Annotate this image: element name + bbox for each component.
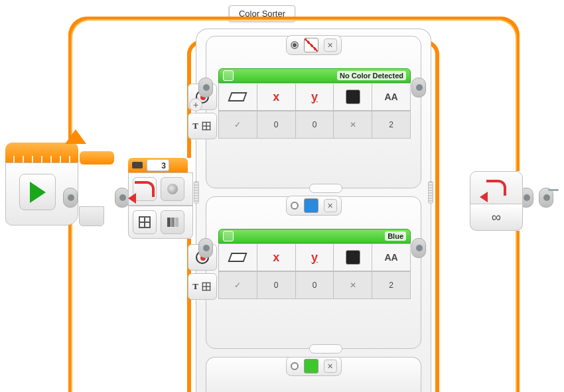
case-divider[interactable] [309, 344, 342, 354]
erase-value[interactable] [219, 272, 257, 298]
rail-connector [80, 151, 114, 164]
loop-back-button[interactable] [133, 177, 157, 201]
color-swatch-black [346, 250, 360, 265]
eraser-icon [228, 253, 247, 262]
case-tab: ✕ [286, 35, 342, 55]
loop-back-icon[interactable] [486, 180, 506, 196]
resize-handle-left[interactable] [194, 181, 199, 204]
case-input-port[interactable] [198, 78, 213, 98]
loop-condition-button[interactable]: ∞ [470, 204, 523, 231]
color-swatch-black [346, 90, 360, 104]
color-param[interactable] [333, 84, 372, 110]
remove-case-button[interactable]: ✕ [324, 38, 337, 52]
remove-case-button[interactable]: ✕ [324, 199, 337, 212]
display-submode-button[interactable]: T [188, 113, 217, 139]
block-menu-icon[interactable] [223, 70, 234, 81]
display-values: 0 0 2 [218, 111, 411, 139]
sensor-type-button[interactable] [161, 177, 184, 201]
grid-icon [202, 122, 211, 131]
switch-container: + ✕ T No C [196, 29, 431, 392]
y-param[interactable]: y [295, 244, 334, 271]
port-cap-icon [132, 162, 143, 168]
eraser-icon [228, 92, 247, 101]
x-value[interactable]: 0 [257, 272, 295, 298]
display-submode-button[interactable]: T [188, 273, 217, 300]
x-param[interactable]: x [257, 84, 295, 110]
start-output-port[interactable] [63, 188, 78, 208]
color-param[interactable] [333, 244, 372, 271]
font-param[interactable]: AA [372, 244, 410, 271]
cross-icon [350, 281, 356, 290]
display-text-field[interactable]: Blue [385, 231, 406, 241]
grid-icon [139, 216, 151, 228]
erase-param[interactable] [219, 244, 257, 271]
case-output-port[interactable] [411, 238, 426, 258]
play-icon [30, 182, 46, 203]
color-value[interactable] [333, 111, 372, 138]
flow-arrow-icon [65, 129, 86, 144]
color-value[interactable] [333, 272, 372, 298]
sensor-ball-icon [167, 184, 178, 194]
display-text-field[interactable]: No Color Detected [337, 71, 406, 80]
switch-case: ✕ [206, 357, 421, 392]
flow-connector [548, 189, 559, 191]
block-menu-icon[interactable] [223, 231, 234, 241]
grid-icon [202, 283, 211, 291]
remove-case-button[interactable]: ✕ [324, 359, 337, 373]
display-block: T Blue x y [218, 229, 411, 299]
start-header [5, 143, 78, 163]
case-input-port[interactable] [198, 238, 213, 258]
default-case-radio[interactable] [291, 362, 299, 370]
case-tab: ✕ [286, 196, 342, 216]
display-params: x y AA [218, 83, 411, 111]
display-block: T No Color Detected x y [218, 68, 411, 139]
color-swatch-none[interactable] [304, 38, 318, 52]
font-value[interactable]: 2 [372, 111, 410, 138]
case-tab: ✕ [286, 357, 342, 376]
resize-handle-right[interactable] [428, 181, 433, 204]
color-swatch-green[interactable] [304, 359, 318, 373]
default-case-radio[interactable] [291, 41, 299, 49]
sensor-mode-button[interactable] [161, 210, 184, 234]
y-value[interactable]: 0 [295, 272, 334, 298]
case-output-port[interactable] [411, 78, 426, 98]
switch-header: 3 [128, 158, 188, 172]
x-param[interactable]: x [257, 244, 295, 271]
color-swatch-blue[interactable] [304, 198, 318, 213]
default-case-radio[interactable] [291, 202, 299, 210]
case-divider[interactable] [309, 184, 342, 193]
font-param[interactable]: AA [372, 84, 410, 110]
check-icon [234, 120, 241, 129]
y-value[interactable]: 0 [295, 111, 334, 138]
erase-value[interactable] [219, 111, 257, 138]
check-icon [234, 281, 241, 290]
erase-param[interactable] [219, 84, 257, 110]
sensor-port-field[interactable]: 3 [147, 159, 169, 171]
switch-mode-button[interactable] [133, 210, 157, 234]
loop-back-icon [135, 181, 155, 197]
switch-case: ✕ T Blue [206, 196, 421, 349]
display-params: x y AA [218, 243, 411, 271]
x-value[interactable]: 0 [257, 111, 295, 138]
display-values: 0 0 2 [218, 271, 411, 299]
font-value[interactable]: 2 [372, 272, 410, 298]
switch-case: ✕ T No Color Detected [206, 36, 421, 188]
switch-input-port[interactable] [115, 188, 129, 208]
y-param[interactable]: y [295, 84, 334, 110]
add-case-button[interactable]: + [189, 98, 202, 111]
play-button[interactable] [19, 174, 56, 210]
start-block [5, 143, 78, 226]
start-tab [79, 206, 104, 226]
loop-end-block: ∞ [470, 171, 523, 231]
cross-icon [350, 120, 356, 129]
color-sensor-switch: 3 [128, 158, 193, 239]
